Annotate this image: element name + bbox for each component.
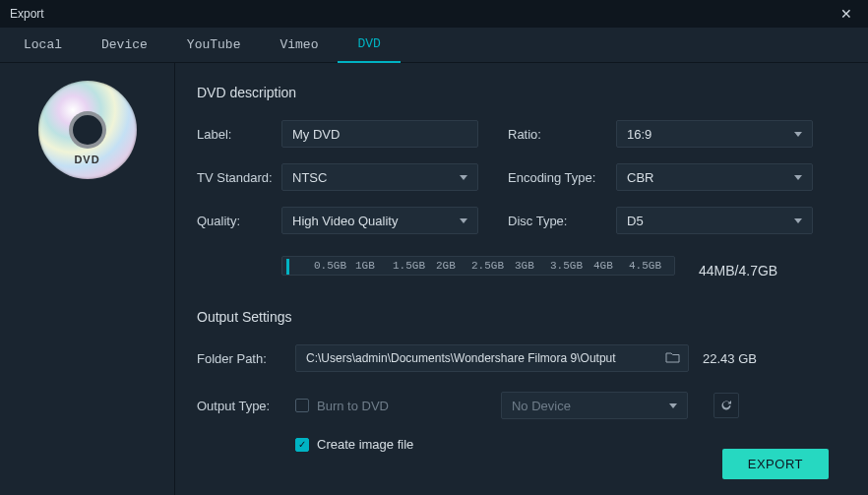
- titlebar: Export ✕: [0, 0, 868, 28]
- chevron-down-icon: [669, 403, 677, 408]
- sidebar: DVD: [0, 63, 175, 495]
- size-readout: 44MB/4.7GB: [699, 263, 777, 278]
- checkbox-icon: [295, 399, 309, 412]
- refresh-icon: [719, 399, 733, 412]
- label-label: Label:: [197, 127, 281, 142]
- quality-value: High Video Quality: [292, 214, 398, 228]
- chevron-down-icon: [794, 132, 802, 137]
- checkbox-checked-icon: ✓: [295, 438, 309, 452]
- ratio-value: 16:9: [627, 127, 651, 142]
- tvstandard-value: NTSC: [292, 170, 327, 185]
- ratio-label: Ratio:: [508, 127, 616, 142]
- encoding-select[interactable]: CBR: [616, 163, 813, 191]
- label-input[interactable]: [281, 120, 478, 148]
- section-dvd-description: DVD description: [197, 85, 833, 100]
- content: DVD description Label: Ratio: 16:9 TV St…: [175, 63, 868, 495]
- quality-select[interactable]: High Video Quality: [281, 207, 478, 234]
- tabs: Local Device YouTube Vimeo DVD: [0, 28, 868, 63]
- chevron-down-icon: [794, 218, 802, 223]
- size-ticks: 0.5GB 1GB 1.5GB 2GB 2.5GB 3GB 3.5GB 4GB …: [282, 257, 674, 275]
- burn-to-dvd-checkbox[interactable]: Burn to DVD: [295, 399, 389, 413]
- tab-dvd[interactable]: DVD: [338, 28, 400, 63]
- disctype-label: Disc Type:: [508, 214, 616, 228]
- export-button[interactable]: EXPORT: [722, 449, 829, 479]
- create-image-file-label: Create image file: [317, 437, 413, 452]
- disctype-value: D5: [627, 214, 644, 228]
- device-select[interactable]: No Device: [501, 392, 688, 419]
- folder-path-label: Folder Path:: [197, 351, 281, 366]
- section-output-settings: Output Settings: [197, 309, 833, 325]
- tvstandard-select[interactable]: NTSC: [281, 163, 478, 191]
- quality-label: Quality:: [197, 214, 281, 228]
- tab-local[interactable]: Local: [4, 28, 82, 63]
- disctype-select[interactable]: D5: [616, 207, 813, 234]
- folder-path-input[interactable]: C:\Users\admin\Documents\Wondershare Fil…: [295, 344, 689, 372]
- close-icon[interactable]: ✕: [835, 4, 858, 24]
- chevron-down-icon: [794, 175, 802, 180]
- tab-device[interactable]: Device: [82, 28, 167, 63]
- encoding-label: Encoding Type:: [508, 170, 616, 185]
- tab-vimeo[interactable]: Vimeo: [260, 28, 338, 63]
- ratio-select[interactable]: 16:9: [616, 120, 813, 148]
- encoding-value: CBR: [627, 170, 653, 185]
- refresh-button[interactable]: [713, 393, 739, 418]
- tab-youtube[interactable]: YouTube: [167, 28, 261, 63]
- tvstandard-label: TV Standard:: [197, 170, 281, 185]
- free-space: 22.43 GB: [703, 351, 757, 366]
- folder-path-value: C:\Users\admin\Documents\Wondershare Fil…: [306, 351, 616, 365]
- chevron-down-icon: [460, 175, 467, 180]
- folder-icon[interactable]: [665, 351, 680, 366]
- device-value: No Device: [512, 399, 571, 413]
- disc-label: DVD: [74, 154, 99, 165]
- burn-to-dvd-label: Burn to DVD: [317, 399, 389, 413]
- chevron-down-icon: [460, 218, 467, 223]
- window-title: Export: [10, 7, 44, 21]
- size-indicator-bar: 0.5GB 1GB 1.5GB 2GB 2.5GB 3GB 3.5GB 4GB …: [281, 256, 675, 285]
- dvd-disc-icon: DVD: [38, 81, 137, 179]
- output-type-label: Output Type:: [197, 399, 281, 413]
